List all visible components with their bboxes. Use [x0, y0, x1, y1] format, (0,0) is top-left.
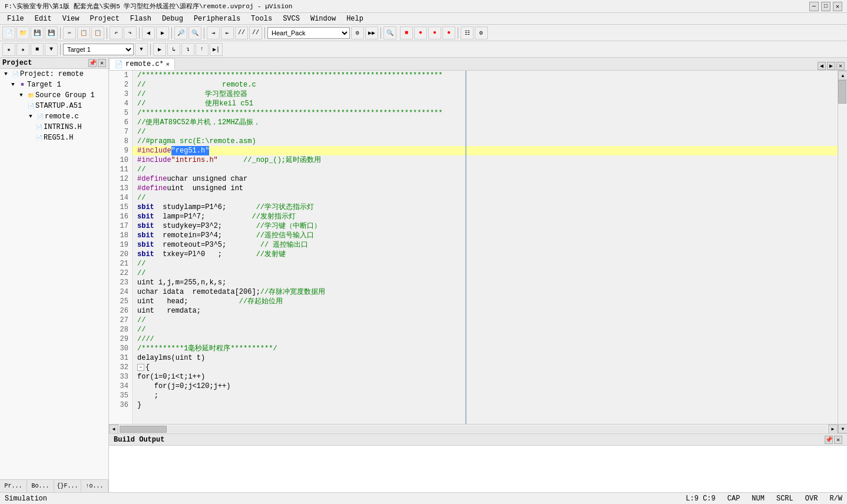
target-dropdown[interactable]: Heart_Pack: [267, 27, 350, 39]
target-select[interactable]: Target 1: [63, 44, 134, 55]
tb-save[interactable]: 💾: [31, 26, 44, 39]
code-line-15[interactable]: sbit studylamp=P1^6; //学习状态指示灯: [133, 203, 838, 212]
code-line-11[interactable]: //: [133, 165, 838, 174]
project-pin-button[interactable]: 📌: [88, 59, 97, 67]
build-output-pin[interactable]: 📌: [825, 436, 833, 444]
tb-download[interactable]: ▼: [45, 43, 58, 56]
menu-tools[interactable]: Tools: [246, 13, 277, 25]
tb-step-out[interactable]: ↑: [196, 43, 209, 56]
code-line-31[interactable]: delaylms(uint t): [133, 353, 838, 363]
tb-run[interactable]: ●: [414, 26, 427, 39]
tb-build[interactable]: ★: [2, 43, 15, 56]
tab-scroll-left[interactable]: ◀: [818, 62, 826, 70]
code-line-3[interactable]: // 学习型遥控器: [133, 89, 838, 99]
tb-stop-build[interactable]: ■: [31, 43, 44, 56]
code-line-28[interactable]: //: [133, 325, 838, 334]
h-scroll-right[interactable]: ▶: [828, 425, 838, 434]
tb-new[interactable]: 📄: [2, 26, 15, 39]
h-scroll-left[interactable]: ◀: [109, 425, 118, 434]
code-line-13[interactable]: #define uint unsigned int: [133, 184, 838, 193]
code-line-4[interactable]: // 使用keil c51: [133, 99, 838, 108]
tb-reset[interactable]: ●: [442, 26, 455, 39]
code-line-6[interactable]: //使用AT89C52单片机，12MHZ晶振，: [133, 118, 838, 127]
code-line-10[interactable]: #include "intrins.h" //_nop_();延时函数用: [133, 155, 838, 165]
tb-window-layout[interactable]: ☷: [461, 26, 474, 39]
menu-debug[interactable]: Debug: [157, 13, 188, 25]
tb-comment[interactable]: //: [235, 26, 248, 39]
code-line-24[interactable]: uchar idata remotedata[206];//存脉冲宽度数据用: [133, 287, 838, 297]
code-line-1[interactable]: /***************************************…: [133, 71, 838, 80]
menu-flash[interactable]: Flash: [125, 13, 156, 25]
tb-rebuild[interactable]: ★: [16, 43, 29, 56]
code-line-2[interactable]: // remote.c: [133, 80, 838, 89]
menu-svcs[interactable]: SVCS: [278, 13, 305, 25]
h-scroll-track[interactable]: [120, 426, 827, 433]
tb-find[interactable]: 🔎: [174, 26, 187, 39]
tb-build-settings[interactable]: ⚙: [351, 26, 364, 39]
tab-project[interactable]: Pr...: [0, 480, 27, 492]
tb-options[interactable]: ⚙: [475, 26, 488, 39]
tb-save-all[interactable]: 💾: [45, 26, 58, 39]
tb-cut[interactable]: ✂: [63, 26, 76, 39]
editor-tab-remote-c[interactable]: 📄 remote.c* ✕: [109, 58, 175, 70]
tb-kill[interactable]: ●: [428, 26, 441, 39]
build-output-content[interactable]: [109, 446, 847, 492]
project-close-button[interactable]: ✕: [98, 59, 106, 67]
tab-templates[interactable]: ↑o...: [81, 480, 108, 492]
tb-copy[interactable]: 📋: [77, 26, 90, 39]
tb-run2[interactable]: ▶: [153, 43, 166, 56]
tb-undo[interactable]: ↶: [110, 26, 123, 39]
menu-file[interactable]: File: [2, 13, 29, 25]
v-scroll-thumb[interactable]: [838, 80, 846, 104]
tb-replace[interactable]: 🔍: [188, 26, 201, 39]
code-line-8[interactable]: //#pragma src(E:\remote.asm): [133, 137, 838, 146]
tb-zoom-in[interactable]: 🔍: [383, 26, 396, 39]
tb-run-to-cursor[interactable]: ▶|: [210, 43, 223, 56]
code-line-20[interactable]: sbit txkey=Pl^0 ; //发射键: [133, 250, 838, 259]
tab-functions[interactable]: {}F...: [54, 480, 81, 492]
tree-item-intrins[interactable]: 📄 INTRINS.H: [0, 122, 108, 132]
code-line-33[interactable]: for(i=0;i<t;i++): [133, 372, 838, 382]
tb-uncomment[interactable]: //: [249, 26, 262, 39]
tb-step-over[interactable]: ↳: [167, 43, 180, 56]
menu-window[interactable]: Window: [306, 13, 340, 25]
h-scroll-thumb[interactable]: [120, 426, 167, 433]
tb-nav-back[interactable]: ◀: [142, 26, 155, 39]
tab-books[interactable]: Bo...: [27, 480, 54, 492]
code-line-23[interactable]: uint i,j,m=255,n,k,s;: [133, 278, 838, 287]
code-line-34[interactable]: for(j=0;j<120;j++): [133, 382, 838, 391]
tb-step-in[interactable]: ↴: [181, 43, 194, 56]
tree-item-target[interactable]: ▼ ■ Target 1: [0, 79, 108, 90]
menu-project[interactable]: Project: [85, 13, 124, 25]
build-output-close[interactable]: ✕: [834, 436, 842, 444]
tb-target-options[interactable]: ▼: [135, 43, 148, 56]
tb-redo[interactable]: ↷: [124, 26, 137, 39]
code-line-21[interactable]: //: [133, 259, 838, 268]
code-line-32[interactable]: –{: [133, 363, 838, 372]
tb-stop[interactable]: ■: [400, 26, 413, 39]
code-line-19[interactable]: sbit remoteout=P3^5; // 遥控输出口: [133, 240, 838, 250]
code-line-12[interactable]: #define uchar unsigned char: [133, 174, 838, 184]
tb-load[interactable]: ▶▶: [365, 26, 378, 39]
tree-item-remote-c[interactable]: ▼ 📄 remote.c: [0, 111, 108, 122]
code-line-5[interactable]: /***************************************…: [133, 108, 838, 118]
code-scroll-area[interactable]: /***************************************…: [133, 71, 838, 424]
tb-unindent[interactable]: ⇤: [221, 26, 234, 39]
code-line-30[interactable]: /**********1毫秒延时程序**********/: [133, 344, 838, 353]
maximize-button[interactable]: □: [821, 2, 831, 11]
menu-edit[interactable]: Edit: [30, 13, 57, 25]
tb-nav-fwd[interactable]: ▶: [156, 26, 169, 39]
tb-indent[interactable]: ⇥: [207, 26, 220, 39]
code-line-22[interactable]: //: [133, 268, 838, 278]
close-button[interactable]: ✕: [833, 2, 842, 11]
code-line-25[interactable]: uint head; //存起始位用: [133, 297, 838, 306]
menu-peripherals[interactable]: Peripherals: [189, 13, 245, 25]
code-line-7[interactable]: //: [133, 127, 838, 137]
tb-paste[interactable]: 📋: [91, 26, 104, 39]
tree-item-reg51[interactable]: 📄 REG51.H: [0, 132, 108, 143]
code-line-36[interactable]: }: [133, 400, 838, 410]
code-line-27[interactable]: //: [133, 316, 838, 325]
code-line-35[interactable]: ;: [133, 391, 838, 400]
v-scroll-track[interactable]: [838, 80, 847, 424]
tab-close-button[interactable]: ✕: [166, 61, 170, 68]
